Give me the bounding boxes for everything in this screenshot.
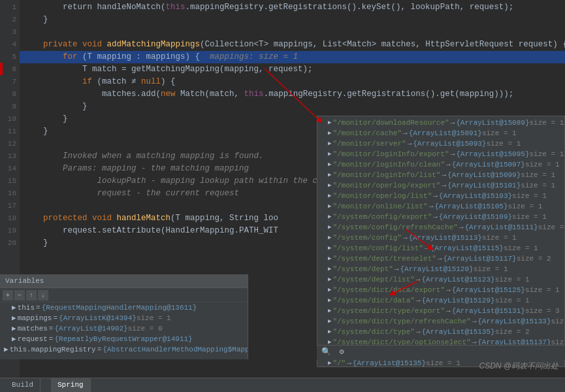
tree-item[interactable]: ▶ "/monitor/operlog/export" → {ArrayList… [317,180,564,191]
filter-icon[interactable]: 🔍 [321,348,331,358]
status-tab-spring[interactable]: Spring [51,378,91,393]
var-item-mappingregistry[interactable]: ▶ this.mappingRegistry = {AbstractHandle… [0,344,248,355]
tree-item[interactable]: ▶ "/monitor/cache" → {ArrayList@15091} s… [317,128,564,139]
debug-panel: ▶ "/monitor/downloadResource" → {ArrayLi… [317,116,565,367]
code-line: } [20,14,565,26]
code-line [20,26,565,39]
tree-item[interactable]: ▶ "/system/dict/data" → {ArrayList@15129… [317,295,564,306]
tree-item[interactable]: ▶ "/system/config/list" → {ArrayList@151… [317,243,564,253]
tree-item[interactable]: ▶ "/system/dict/type/export" → {ArrayLis… [317,306,564,316]
status-bar: Build Spring [0,378,565,392]
variables-header: Variables [0,275,248,288]
tree-item[interactable]: ▶ "/monitor/downloadResource" → {ArrayLi… [317,118,564,128]
code-line: private void addMatchingMappings(Collect… [20,39,565,51]
tree-item[interactable]: ▶ "/system/config/refreshCache" → {Array… [317,222,564,233]
code-line: matches.add(new Match(match, this.mappin… [20,88,565,101]
settings-icon[interactable]: ⚙ [336,348,347,358]
tree-item[interactable]: ▶ "/system/config" → {ArrayList@15113} s… [317,233,564,243]
remove-watch-button[interactable]: − [14,290,25,301]
variables-toolbar: + − ↑ ↓ [0,288,248,302]
tree-item[interactable]: ▶ "/monitor/operlog/list" → {ArrayList@1… [317,191,564,201]
variables-panel: Variables + − ↑ ↓ ▶ this = {RequestMappi… [0,274,248,359]
tree-item[interactable]: ▶ "/monitor/loginInfo/list" → {ArrayList… [317,170,564,180]
tree-item[interactable]: ▶ "/system/dept/treeselet" → {ArrayList@… [317,253,564,264]
tree-item[interactable]: ▶ "/system/dept" → {ArrayList@15120} siz… [317,264,564,274]
code-line-highlighted: for (T mapping : mappings) { mappings: s… [20,51,565,63]
tree-item[interactable]: ▶ "/monitor/loginInfo/export" → {ArrayLi… [317,149,564,159]
editor-area: return handleNoMatch(this.mappingRegistr… [0,0,565,392]
debug-bottom-bar: 🔍 ⚙ [317,345,565,359]
up-button[interactable]: ↑ [26,290,37,301]
tree-item[interactable]: ▶ "/system/dept/list" → {ArrayList@15123… [317,274,564,285]
status-tab-build[interactable]: Build [5,378,40,393]
code-line: return handleNoMatch(this.mappingRegistr… [20,1,565,14]
tree-item[interactable]: ▶ "/monitor/loginInfo/clean" → {ArrayLis… [317,159,564,170]
add-watch-button[interactable]: + [3,290,13,301]
debug-tree[interactable]: ▶ "/monitor/downloadResource" → {ArrayLi… [317,116,564,367]
watermark: CSDN @码农不问出处 [479,360,558,372]
variables-list[interactable]: ▶ this = {RequestMappingHandlerMapping@1… [0,302,248,359]
code-line: T match = getMatchingMapping(mapping, re… [20,63,565,76]
tree-item[interactable]: ▶ "/system/dict/type/refreshCache" → {Ar… [317,316,564,327]
tree-item[interactable]: ▶ "/monitor/server" → {ArrayList@15093} … [317,139,564,149]
tree-item[interactable]: ▶ "/system/dict/data/export" → {ArrayLis… [317,285,564,295]
tree-item[interactable]: ▶ "/system/dict/type" → {ArrayList@15135… [317,327,564,337]
down-button[interactable]: ↓ [38,290,48,301]
tree-item[interactable]: ▶ "/monitor/online/list" → {ArrayList@15… [317,201,564,212]
code-line: } [20,101,565,113]
code-line: if (match ≠ null) { [20,76,565,88]
tree-item[interactable]: ▶ "/system/config/export" → {ArrayList@1… [317,212,564,222]
breakpoint-indicator [0,63,3,75]
